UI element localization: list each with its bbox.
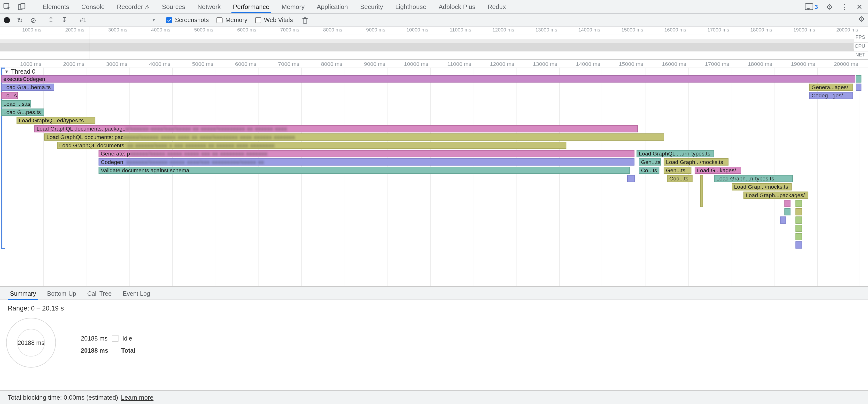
flame-bar-load-graph-n-types-ts[interactable]: Load Graph...n-types.ts <box>714 175 793 182</box>
flame-bar[interactable] <box>784 208 790 215</box>
flame-bar[interactable] <box>796 217 802 224</box>
inspect-element-icon[interactable] <box>0 0 14 13</box>
total-label: Total <box>121 347 135 353</box>
load-profile-icon[interactable]: ↥ <box>44 17 58 23</box>
console-messages-badge[interactable]: 3 <box>805 3 818 10</box>
capture-settings-gear-icon[interactable]: ⚙ <box>858 15 865 23</box>
overview-tick-label: 19000 ms <box>775 27 815 33</box>
flame-bar-blurred-text: xxxxxxx/xxxxxx-xxxxx xxxx/xxx xxxxxxxxx/… <box>126 159 264 165</box>
flame-bar-codeg-ges-[interactable]: Codeg...ges/ <box>809 92 853 99</box>
flame-bar-load-graphql-urn-types-ts[interactable]: Load GraphQL ...urn-types.ts <box>637 150 714 157</box>
web-vitals-checkbox[interactable] <box>255 17 261 23</box>
tab-application[interactable]: Application <box>311 0 354 13</box>
tab-network[interactable]: Network <box>191 0 227 13</box>
delete-recording-icon[interactable] <box>299 16 312 24</box>
flame-bar-label: Load ...s.ts <box>3 101 31 107</box>
flame-bar[interactable] <box>796 233 802 240</box>
close-devtools-icon[interactable]: ✕ <box>857 3 862 10</box>
flame-bar-load-gra-hema-ts[interactable]: Load Gra...hema.ts <box>1 84 54 91</box>
collapse-triangle-icon[interactable]: ▼ <box>4 69 9 74</box>
flame-bar[interactable] <box>796 200 802 207</box>
flame-bar-genera-ages-[interactable]: Genera...ages/ <box>809 84 853 91</box>
flame-bar[interactable] <box>856 84 862 91</box>
tab-lighthouse[interactable]: Lighthouse <box>389 0 433 13</box>
flame-bar-generate-p[interactable]: Generate: pxxxxxx/xxxxx xxxxx xxxxx xxx … <box>99 150 634 157</box>
panel-tabs: ElementsConsoleRecorder⚠SourcesNetworkPe… <box>37 0 512 13</box>
flame-bar-blurred-text: x/xxxxxx-xxxx/xxx/xxxxx xx xxxxx/xxxxxxx… <box>126 126 287 132</box>
tab-performance[interactable]: Performance <box>227 0 276 13</box>
ruler-tick-label: 9000 ms <box>345 61 385 67</box>
profile-select[interactable]: #1 ▾ <box>76 17 158 23</box>
flame-bar[interactable] <box>627 175 635 182</box>
flame-bar-label: Genera...ages/ <box>812 84 848 90</box>
footer-bar: Total blocking time: 0.00ms (estimated) … <box>0 390 868 404</box>
clear-button[interactable]: ⊘ <box>27 16 40 24</box>
flame-bar-label: Lo...s <box>3 93 17 99</box>
device-toolbar-icon[interactable] <box>14 0 29 13</box>
cpu-lane-label: CPU <box>854 43 867 49</box>
flame-bar-cod-ts[interactable]: Cod...ts <box>667 175 692 182</box>
tab-summary[interactable]: Summary <box>4 286 41 300</box>
record-button[interactable] <box>0 17 13 23</box>
flame-bar-load-g-pes-ts[interactable]: Load G...pes.ts <box>1 108 44 116</box>
overview-frame-marker[interactable] <box>90 27 90 59</box>
ruler-tick-label: 7000 ms <box>259 61 299 67</box>
thread-header[interactable]: ▼ Thread 0 <box>4 68 35 74</box>
devtools-tabbar: ElementsConsoleRecorder⚠SourcesNetworkPe… <box>0 0 868 14</box>
tab-elements[interactable]: Elements <box>37 0 75 13</box>
flame-bar-label: Load Gra...hema.ts <box>3 84 51 90</box>
flame-bar[interactable] <box>796 225 802 232</box>
flame-bar[interactable] <box>796 208 802 215</box>
tab-adblock-plus[interactable]: Adblock Plus <box>433 0 482 13</box>
flame-bar-co-ts[interactable]: Co...ts <box>639 167 659 174</box>
tab-console[interactable]: Console <box>75 0 111 13</box>
flame-bar[interactable] <box>856 75 862 83</box>
settings-gear-icon[interactable]: ⚙ <box>826 3 833 10</box>
flame-bar[interactable] <box>780 217 786 224</box>
web-vitals-checkbox-label[interactable]: Web Vitals <box>264 17 293 23</box>
flame-bar-load-graph-mocks-ts[interactable]: Load Graph.../mocks.ts <box>664 158 728 166</box>
more-options-icon[interactable]: ⋮ <box>841 3 848 10</box>
grid-line <box>215 68 216 286</box>
legend-row-total: 20188 ms Total <box>81 344 135 356</box>
tab-sources[interactable]: Sources <box>156 0 191 13</box>
screenshots-checkbox[interactable] <box>166 17 172 23</box>
tab-call-tree[interactable]: Call Tree <box>82 286 117 300</box>
flame-bar[interactable] <box>784 200 790 207</box>
flame-bar-gen-ts[interactable]: Gen...ts <box>664 167 691 174</box>
reload-and-record-button[interactable]: ↻ <box>13 16 27 24</box>
flame-bar[interactable] <box>796 242 802 249</box>
flame-bar-lo-s[interactable]: Lo...s <box>1 92 18 99</box>
overview-tick-label: 6000 ms <box>217 27 256 33</box>
flame-bar-load-graphql-documents-[interactable]: Load GraphQL documents: xx xxxxxx/xxxx x… <box>57 142 566 149</box>
flame-bar-gen-ts[interactable]: Gen...ts <box>639 158 661 166</box>
flame-bar-load-graphq-ed-types-ts[interactable]: Load GraphQ...ed/types.ts <box>17 117 95 124</box>
tab-recorder[interactable]: Recorder⚠ <box>111 0 156 13</box>
flame-bar[interactable] <box>700 175 703 207</box>
flame-bar-load-g-kages-[interactable]: Load G...kages/ <box>695 167 741 174</box>
learn-more-link[interactable]: Learn more <box>121 394 153 401</box>
tab-memory[interactable]: Memory <box>275 0 310 13</box>
tab-bottom-up[interactable]: Bottom-Up <box>42 286 82 300</box>
flame-bar-codegen-[interactable]: Codegen: xxxxxxx/xxxxxx-xxxxx xxxx/xxx x… <box>99 158 634 166</box>
tab-redux[interactable]: Redux <box>482 0 512 13</box>
tab-security[interactable]: Security <box>354 0 389 13</box>
screenshots-checkbox-label[interactable]: Screenshots <box>175 17 209 23</box>
grid-line <box>258 68 258 286</box>
flame-bar-load-grap-mocks-ts[interactable]: Load Grap.../mocks.ts <box>732 183 792 191</box>
flame-bar-label: Load Graph...packages/ <box>746 192 805 198</box>
flame-bar-label: Cod...ts <box>669 176 688 182</box>
tab-event-log[interactable]: Event Log <box>117 286 156 300</box>
flame-bar-load-graph-packages-[interactable]: Load Graph...packages/ <box>744 192 808 199</box>
memory-checkbox[interactable] <box>217 17 223 23</box>
memory-checkbox-label[interactable]: Memory <box>225 17 248 23</box>
flame-bar-load-graphql-documents-pac[interactable]: Load GraphQL documents: pacxxxxx/xxxxxx … <box>44 133 664 141</box>
flame-chart[interactable]: 1000 ms2000 ms3000 ms4000 ms5000 ms6000 … <box>0 60 868 286</box>
timeline-overview[interactable]: 1000 ms2000 ms3000 ms4000 ms5000 ms6000 … <box>0 27 868 60</box>
flame-bar-executecodegen[interactable]: executeCodegen <box>1 75 856 83</box>
flame-bar-load-s-ts[interactable]: Load ...s.ts <box>1 100 31 107</box>
flame-bar-validate-documents-against-schema[interactable]: Validate documents against schema <box>99 167 630 174</box>
flame-bar-load-graphql-documents-package[interactable]: Load GraphQL documents: packagex/xxxxxx-… <box>34 125 638 132</box>
save-profile-icon[interactable]: ↧ <box>58 17 71 23</box>
overview-tick-label: 5000 ms <box>174 27 213 33</box>
